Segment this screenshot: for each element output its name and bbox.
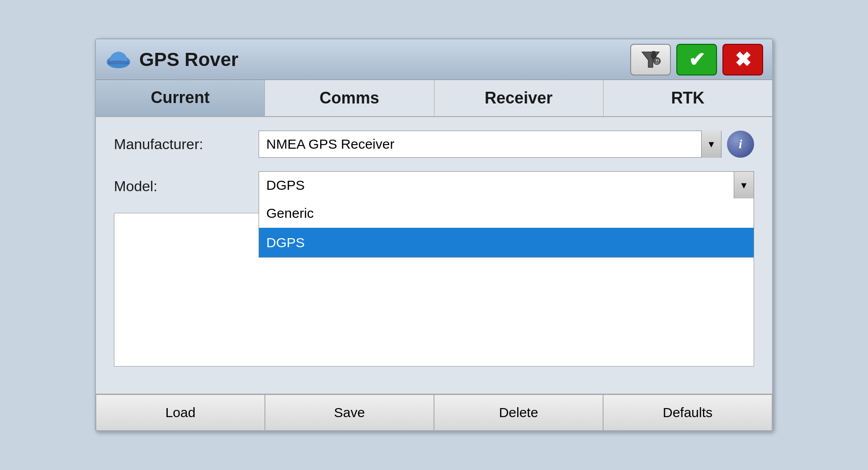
svg-rect-10 [655,62,659,64]
svg-point-2 [108,61,129,64]
svg-rect-8 [656,59,657,61]
model-select[interactable]: DGPS ▼ [259,171,754,199]
defaults-button[interactable]: Defaults [603,395,772,431]
model-row: Model: DGPS ▼ Generic DGPS [114,171,754,199]
info-icon: i [739,137,742,151]
manufacturer-control: NMEA GPS Receiver ▼ i [259,131,754,158]
svg-rect-6 [655,54,656,57]
manufacturer-select[interactable]: NMEA GPS Receiver ▼ [259,131,722,158]
window-title: GPS Rover [139,49,630,70]
svg-rect-9 [658,59,659,61]
main-window: GPS Rover ✔ [95,38,773,432]
tab-bar: Current Comms Receiver RTK [96,80,772,117]
model-label: Model: [114,178,259,195]
model-dropdown-arrow[interactable]: ▼ [734,172,754,199]
bottom-bar: Load Save Delete Defaults [96,394,772,431]
model-control: DGPS ▼ Generic DGPS [259,171,754,199]
ok-button[interactable]: ✔ [676,44,717,75]
svg-rect-5 [651,54,652,57]
model-value: DGPS [266,178,734,193]
tab-current[interactable]: Current [96,80,265,116]
dropdown-item-dgps[interactable]: DGPS [259,228,754,257]
title-bar: GPS Rover ✔ [96,39,772,80]
tools-button[interactable] [630,44,671,75]
load-button[interactable]: Load [96,395,265,431]
checkmark-icon: ✔ [689,48,705,71]
content-area: Manufacturer: NMEA GPS Receiver ▼ i Mode… [96,117,772,394]
tab-receiver[interactable]: Receiver [434,80,604,116]
header-buttons: ✔ ✖ [630,44,763,75]
manufacturer-label: Manufacturer: [114,136,259,153]
manufacturer-row: Manufacturer: NMEA GPS Receiver ▼ i [114,131,754,158]
close-icon: ✖ [735,48,751,71]
dropdown-item-generic[interactable]: Generic [259,198,754,228]
cancel-button[interactable]: ✖ [722,44,763,75]
model-dropdown: Generic DGPS [259,198,754,258]
save-button[interactable]: Save [265,395,434,431]
tab-comms[interactable]: Comms [265,80,434,116]
manufacturer-value: NMEA GPS Receiver [266,136,701,152]
delete-button[interactable]: Delete [434,395,603,431]
tab-rtk[interactable]: RTK [604,80,772,116]
manufacturer-dropdown-arrow[interactable]: ▼ [701,131,721,158]
manufacturer-info-button[interactable]: i [727,131,754,158]
app-icon [105,46,132,73]
